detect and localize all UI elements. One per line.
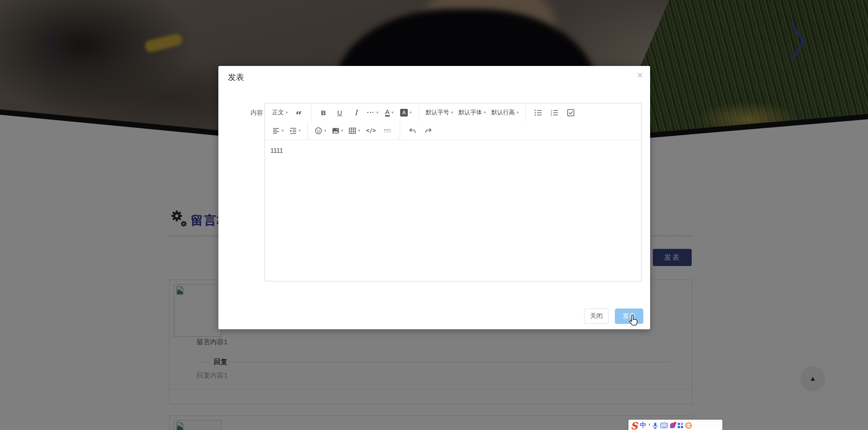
- chevron-down-icon: ▾: [341, 128, 344, 133]
- content-field-label: 内容: [243, 109, 263, 117]
- redo-button[interactable]: [420, 122, 437, 140]
- bullet-list-icon: [534, 109, 542, 117]
- font-color-dropdown[interactable]: A ▾: [381, 103, 397, 122]
- horizontal-rule-button[interactable]: [379, 122, 396, 140]
- divider-line-icon: [383, 127, 391, 135]
- undo-icon: [408, 127, 416, 135]
- close-icon[interactable]: ×: [637, 70, 643, 80]
- toolbar-row-2: ▾ ▾: [265, 122, 641, 140]
- image-icon: [332, 127, 340, 135]
- toolbar-separator: [400, 122, 400, 140]
- line-height-dropdown[interactable]: 默认行高 ▾: [489, 103, 522, 122]
- ime-keyboard-button[interactable]: [660, 423, 668, 428]
- more-styles-dropdown[interactable]: ··· ▾: [364, 103, 382, 122]
- dialog-close-button[interactable]: 关闭: [584, 308, 609, 324]
- bold-icon: B: [321, 109, 326, 117]
- chevron-down-icon: ▾: [377, 110, 379, 115]
- table-dropdown[interactable]: ▾: [346, 122, 363, 140]
- chevron-down-icon: ▾: [282, 128, 284, 133]
- numbered-list-button[interactable]: 1 2 3: [546, 103, 562, 122]
- editor-content-area[interactable]: 1111: [265, 140, 641, 281]
- microphone-icon: [652, 422, 658, 429]
- ime-skin-button[interactable]: [670, 423, 675, 428]
- todo-list-button[interactable]: [562, 103, 579, 122]
- code-block-button[interactable]: </>: [363, 122, 379, 140]
- align-dropdown[interactable]: ▾: [269, 122, 287, 140]
- editor-text: 1111: [270, 147, 283, 154]
- toolbar-separator: [525, 103, 526, 122]
- bullet-list-button[interactable]: [530, 103, 546, 122]
- publish-dialog: 发表 × 内容 正文 ▾ “ B U: [218, 66, 650, 329]
- chevron-down-icon: ▾: [517, 110, 519, 115]
- underline-button[interactable]: U: [332, 103, 348, 122]
- toolbar-separator: [419, 103, 419, 122]
- indent-icon: [289, 127, 297, 135]
- redo-icon: [425, 127, 433, 135]
- highlight-color-dropdown[interactable]: A ▾: [397, 103, 415, 122]
- chevron-down-icon: ▾: [299, 128, 301, 133]
- toolbar-row-1: 正文 ▾ “ B U I: [265, 103, 641, 122]
- rich-text-editor: 正文 ▾ “ B U I: [264, 103, 642, 281]
- bold-button[interactable]: B: [316, 103, 332, 122]
- toolbar-separator: [311, 103, 311, 122]
- italic-button[interactable]: I: [348, 103, 364, 122]
- quote-icon: “: [296, 109, 302, 122]
- ime-mic-button[interactable]: [652, 422, 658, 429]
- ime-emoji-button[interactable]: [685, 422, 692, 429]
- chevron-down-icon: ▾: [484, 110, 486, 115]
- undo-button[interactable]: [404, 122, 420, 140]
- blockquote-button[interactable]: “: [291, 103, 307, 122]
- screen: 留言板 发表 留言内容1 回复 回复内容1: [0, 0, 868, 430]
- more-icon: ···: [367, 109, 375, 116]
- dialog-submit-button[interactable]: 发表: [615, 308, 643, 324]
- image-dropdown[interactable]: ▾: [329, 122, 346, 140]
- align-left-icon: [272, 127, 280, 135]
- chevron-down-icon: ▾: [358, 128, 360, 133]
- font-family-dropdown[interactable]: 默认字体 ▾: [456, 103, 489, 122]
- checkbox-icon: [567, 109, 575, 117]
- italic-icon: I: [354, 108, 357, 117]
- ime-language-toggle[interactable]: 中: [640, 421, 646, 430]
- font-color-icon: A: [385, 108, 390, 117]
- underline-icon: U: [337, 109, 342, 117]
- keyboard-icon: [660, 423, 668, 428]
- ime-apps-grid-button[interactable]: [678, 423, 683, 428]
- font-size-dropdown[interactable]: 默认字号 ▾: [423, 103, 456, 122]
- chevron-down-icon: ▾: [286, 110, 288, 115]
- numbered-list-icon: 1 2 3: [551, 109, 558, 117]
- chevron-down-icon: ▾: [324, 128, 326, 133]
- paragraph-style-dropdown[interactable]: 正文 ▾: [269, 103, 291, 122]
- chevron-down-icon: ▾: [451, 110, 453, 115]
- chevron-down-icon: ▾: [410, 110, 412, 115]
- chevron-down-icon: ▾: [392, 110, 394, 115]
- emoji-icon: [315, 127, 322, 135]
- editor-toolbar: 正文 ▾ “ B U I: [265, 103, 641, 140]
- code-icon: </>: [366, 127, 376, 134]
- toolbar-separator: [307, 122, 308, 140]
- dialog-title: 发表: [228, 72, 244, 83]
- svg-text:3: 3: [551, 114, 552, 117]
- sogou-logo-icon[interactable]: S: [631, 421, 637, 430]
- emoji-dropdown[interactable]: ▾: [312, 122, 329, 140]
- table-icon: [349, 127, 356, 135]
- ime-toolbar: S 中 ’: [628, 420, 722, 430]
- indent-dropdown[interactable]: ▾: [287, 122, 304, 140]
- ime-punctuation-toggle[interactable]: ’: [648, 424, 650, 428]
- highlight-color-icon: A: [400, 109, 408, 117]
